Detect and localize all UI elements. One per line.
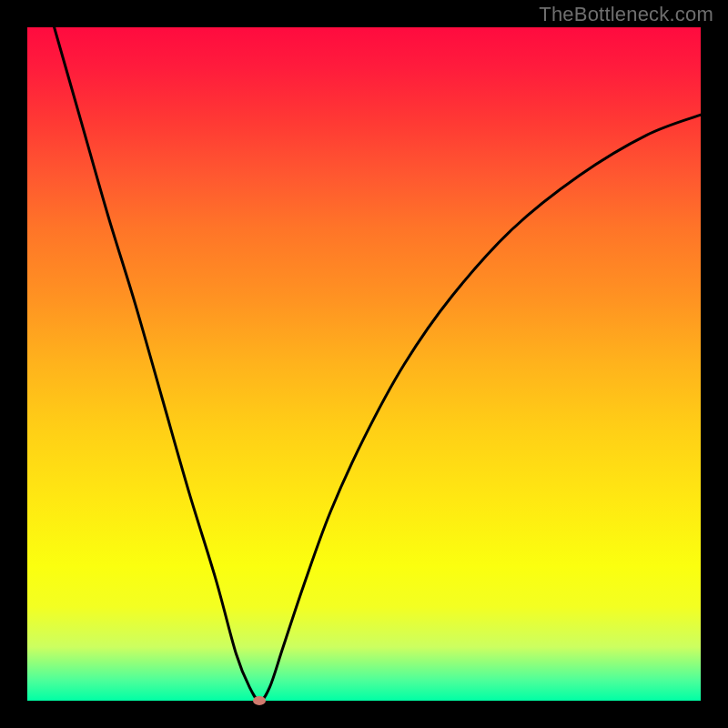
- chart-plot-area: [27, 27, 701, 701]
- bottleneck-curve: [27, 27, 701, 701]
- optimal-point-marker: [253, 696, 266, 705]
- watermark-text: TheBottleneck.com: [539, 3, 713, 26]
